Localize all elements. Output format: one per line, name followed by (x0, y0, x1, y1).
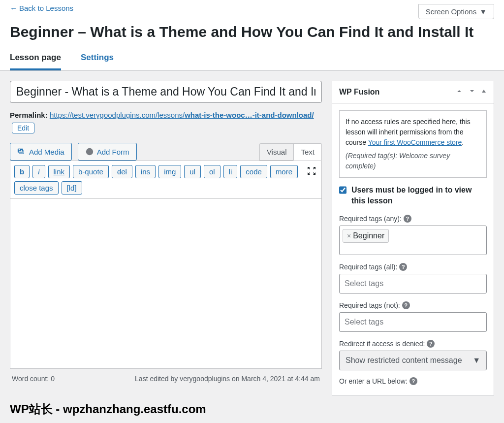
screen-options-button[interactable]: Screen Options ▼ (418, 4, 494, 19)
screen-options-label: Screen Options (426, 7, 476, 16)
svg-point-0 (86, 148, 93, 155)
help-icon[interactable]: ? (410, 377, 417, 385)
last-edited: Last edited by verygoodplugins on March … (135, 375, 320, 383)
triangle-down-icon: ▼ (479, 7, 487, 16)
help-icon[interactable]: ? (404, 215, 411, 223)
watermark: WP站长 - wpzhanzhang.eastfu.com (10, 401, 206, 415)
permalink-link[interactable]: https://test.verygoodplugins.com/lessons… (50, 111, 314, 119)
tab-settings[interactable]: Settings (81, 47, 114, 70)
editor-tab-text[interactable]: Text (293, 143, 322, 161)
required-tags-all-input[interactable]: Select tags (339, 274, 487, 293)
fullscreen-icon[interactable] (307, 166, 316, 178)
redirect-label: Redirect if access is denied: ? (339, 340, 487, 348)
help-icon[interactable]: ? (427, 340, 435, 348)
qt-img[interactable]: img (158, 165, 181, 178)
required-not-label: Required tags (not): ? (339, 301, 487, 309)
help-icon[interactable]: ? (399, 263, 407, 271)
permalink-row: Permalink: https://test.verygoodplugins.… (10, 109, 322, 134)
qt-ol[interactable]: ol (204, 165, 220, 178)
word-count: Word count: 0 (12, 375, 55, 383)
tab-lesson-page[interactable]: Lesson page (10, 47, 61, 70)
tag-chip-beginner: × Beginner (343, 229, 389, 243)
required-tags-any-input[interactable]: × Beginner (339, 226, 487, 255)
required-tags-not-input[interactable]: Select tags (339, 312, 487, 332)
qt-link[interactable]: link (48, 165, 70, 178)
qt-bold[interactable]: b (14, 165, 30, 178)
logged-in-label: Users must be logged in to view this les… (351, 185, 487, 207)
add-form-button[interactable]: Add Form (78, 143, 137, 161)
qt-blockquote[interactable]: b-quote (73, 165, 109, 178)
chevron-up-icon[interactable] (455, 87, 463, 97)
help-icon[interactable]: ? (402, 301, 410, 309)
triangle-up-icon[interactable] (481, 87, 487, 97)
url-below-label: Or enter a URL below: ? (339, 377, 487, 385)
qt-li[interactable]: li (223, 165, 238, 178)
wp-fusion-metabox: WP Fusion If no access rules are specifi… (332, 81, 494, 395)
content-editor[interactable] (10, 199, 322, 369)
chevron-down-icon[interactable] (468, 87, 476, 97)
qt-close-tags[interactable]: close tags (14, 181, 59, 195)
page-title: Beginner – What is a Theme and How You C… (10, 23, 494, 41)
add-media-button[interactable]: Add Media (10, 143, 72, 161)
media-icon (17, 147, 26, 156)
editor-tab-visual[interactable]: Visual (259, 143, 294, 161)
required-any-label: Required tags (any): ? (339, 215, 487, 223)
remove-tag-icon[interactable]: × (347, 232, 351, 240)
permalink-label: Permalink: (10, 111, 48, 119)
qt-more[interactable]: more (270, 165, 298, 178)
qt-ld[interactable]: [ld] (62, 181, 82, 195)
course-link[interactable]: Your first WooCommerce store (368, 138, 462, 146)
arrow-left-icon: ← (10, 4, 17, 12)
lesson-title-input[interactable] (10, 81, 322, 103)
qt-code[interactable]: code (240, 165, 267, 178)
back-link-label: Back to Lessons (19, 4, 73, 12)
qt-ul[interactable]: ul (184, 165, 201, 178)
quicktags-toolbar: b i link b-quote del ins img ul ol li co… (10, 161, 322, 199)
qt-italic[interactable]: i (32, 165, 45, 178)
info-box: If no access rules are specified here, t… (339, 110, 487, 178)
logged-in-checkbox[interactable] (339, 186, 346, 195)
edit-permalink-button[interactable]: Edit (12, 123, 34, 133)
qt-ins[interactable]: ins (135, 165, 156, 178)
triangle-down-icon: ▼ (472, 356, 480, 365)
tabs: Lesson page Settings (0, 47, 504, 71)
qt-del[interactable]: del (112, 165, 132, 178)
required-tags-note: (Required tag(s): Welcome survey complet… (346, 151, 480, 171)
form-icon (85, 147, 94, 156)
required-all-label: Required tags (all): ? (339, 263, 487, 271)
redirect-select[interactable]: Show restricted content message ▼ (339, 351, 487, 370)
metabox-title: WP Fusion (339, 88, 379, 97)
back-to-lessons-link[interactable]: ← Back to Lessons (10, 4, 73, 12)
